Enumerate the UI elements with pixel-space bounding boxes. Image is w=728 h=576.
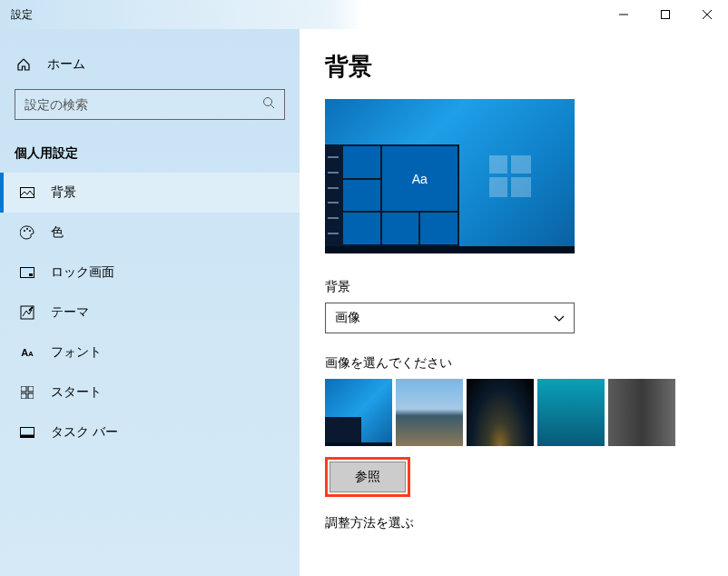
nav-label: スタート — [51, 384, 102, 401]
svg-rect-1 — [662, 11, 670, 19]
font-icon: AA — [18, 347, 36, 358]
nav-label: 色 — [51, 224, 64, 241]
start-menu-preview: Aa — [325, 144, 459, 246]
svg-rect-18 — [21, 435, 34, 438]
nav-label: ロック画面 — [51, 264, 114, 281]
svg-line-5 — [271, 105, 275, 109]
windows-logo-icon — [489, 155, 531, 197]
sample-text-tile: Aa — [382, 146, 457, 211]
page-title: 背景 — [325, 51, 703, 83]
minimize-button[interactable] — [603, 0, 644, 29]
svg-rect-16 — [28, 393, 34, 399]
background-dropdown[interactable]: 画像 — [325, 303, 575, 333]
svg-rect-14 — [28, 386, 34, 392]
start-icon — [18, 386, 36, 399]
background-label: 背景 — [325, 279, 703, 295]
browse-button[interactable]: 参照 — [330, 462, 406, 492]
svg-point-4 — [264, 98, 272, 106]
taskbar-icon — [18, 427, 36, 438]
svg-rect-15 — [21, 393, 26, 399]
fit-label: 調整方法を選ぶ — [325, 515, 703, 531]
svg-rect-13 — [21, 386, 26, 392]
home-nav[interactable]: ホーム — [0, 47, 300, 82]
nav-label: 背景 — [51, 184, 76, 201]
nav-label: タスク バー — [51, 424, 118, 441]
svg-rect-11 — [29, 273, 33, 276]
theme-icon — [18, 305, 36, 320]
section-title: 個人用設定 — [0, 138, 300, 173]
choose-image-label: 画像を選んでください — [325, 355, 703, 372]
nav-fonts[interactable]: AA フォント — [0, 333, 300, 372]
picture-icon — [18, 187, 36, 198]
image-thumb-4[interactable] — [537, 379, 605, 446]
titlebar: 設定 — [0, 0, 728, 29]
svg-point-9 — [29, 230, 31, 232]
palette-icon — [18, 225, 36, 240]
desktop-preview: Aa — [325, 99, 575, 253]
close-button[interactable] — [686, 0, 728, 29]
nav-label: テーマ — [51, 304, 89, 321]
image-thumb-1[interactable] — [325, 379, 392, 446]
search-box[interactable] — [15, 89, 285, 120]
chevron-down-icon — [554, 311, 565, 325]
nav-themes[interactable]: テーマ — [0, 293, 300, 333]
nav-start[interactable]: スタート — [0, 372, 300, 412]
nav-taskbar[interactable]: タスク バー — [0, 412, 300, 452]
search-icon — [262, 96, 275, 113]
nav-lockscreen[interactable]: ロック画面 — [0, 253, 300, 293]
maximize-button[interactable] — [644, 0, 686, 29]
image-thumbnails — [325, 379, 703, 446]
svg-point-8 — [26, 228, 28, 230]
search-input[interactable] — [25, 97, 262, 112]
main-panel: 背景 Aa 背景 画像 画像を — [300, 29, 728, 576]
sidebar: ホーム 個人用設定 背景 色 ロック画面 テーマ AA フォント ス — [0, 29, 300, 576]
nav-label: フォント — [51, 344, 102, 361]
image-thumb-2[interactable] — [396, 379, 463, 446]
lockscreen-icon — [18, 267, 36, 278]
browse-label: 参照 — [355, 469, 380, 485]
image-thumb-5[interactable] — [608, 379, 675, 446]
svg-point-7 — [24, 230, 25, 232]
image-thumb-3[interactable] — [467, 379, 534, 446]
svg-rect-6 — [21, 188, 34, 198]
nav-background[interactable]: 背景 — [0, 173, 300, 213]
dropdown-value: 画像 — [335, 310, 360, 326]
window-title: 設定 — [0, 7, 33, 23]
window-controls — [603, 0, 728, 29]
browse-highlight: 参照 — [325, 457, 410, 497]
home-label: ホーム — [47, 56, 85, 73]
nav-colors[interactable]: 色 — [0, 213, 300, 253]
home-icon — [15, 57, 33, 72]
